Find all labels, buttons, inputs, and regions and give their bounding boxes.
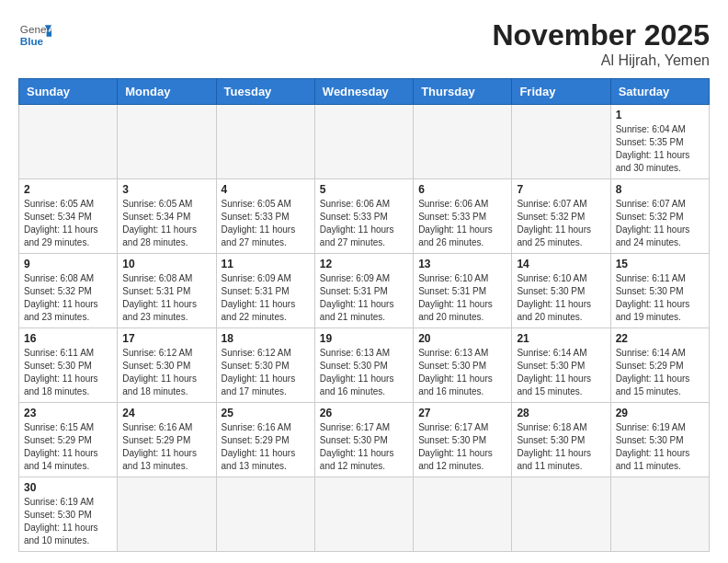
day-number: 25: [222, 407, 310, 419]
weekday-header-sunday: Sunday: [19, 79, 118, 105]
day-number: 6: [418, 183, 506, 196]
day-info: Sunrise: 6:17 AM Sunset: 5:30 PM Dayligh…: [320, 421, 408, 473]
page-header: General Blue November 2025 Al Hijrah, Ye…: [18, 18, 710, 69]
day-number: 7: [517, 183, 605, 196]
calendar-cell: 13Sunrise: 6:10 AM Sunset: 5:31 PM Dayli…: [414, 254, 512, 328]
weekday-header-wednesday: Wednesday: [314, 79, 413, 105]
day-info: Sunrise: 6:05 AM Sunset: 5:34 PM Dayligh…: [24, 198, 112, 249]
day-info: Sunrise: 6:14 AM Sunset: 5:30 PM Dayligh…: [517, 347, 605, 398]
calendar-cell: 30Sunrise: 6:19 AM Sunset: 5:30 PM Dayli…: [19, 477, 118, 552]
calendar-cell: 4Sunrise: 6:05 AM Sunset: 5:33 PM Daylig…: [216, 179, 314, 254]
logo: General Blue: [18, 18, 51, 52]
calendar-cell: [216, 105, 314, 179]
day-info: Sunrise: 6:10 AM Sunset: 5:31 PM Dayligh…: [418, 272, 506, 324]
day-number: 11: [222, 258, 310, 270]
day-number: 21: [517, 332, 605, 345]
day-number: 1: [616, 109, 704, 121]
calendar-cell: 16Sunrise: 6:11 AM Sunset: 5:30 PM Dayli…: [19, 328, 118, 403]
calendar-cell: 9Sunrise: 6:08 AM Sunset: 5:32 PM Daylig…: [19, 254, 118, 328]
calendar-cell: 11Sunrise: 6:09 AM Sunset: 5:31 PM Dayli…: [216, 254, 314, 328]
day-number: 17: [122, 332, 210, 345]
calendar-week-row: 23Sunrise: 6:15 AM Sunset: 5:29 PM Dayli…: [19, 403, 710, 477]
calendar-week-row: 9Sunrise: 6:08 AM Sunset: 5:32 PM Daylig…: [19, 254, 710, 328]
calendar-cell: [512, 477, 610, 552]
calendar-cell: [118, 477, 216, 552]
day-info: Sunrise: 6:09 AM Sunset: 5:31 PM Dayligh…: [222, 272, 310, 324]
day-number: 3: [122, 183, 210, 196]
calendar-cell: 7Sunrise: 6:07 AM Sunset: 5:32 PM Daylig…: [512, 179, 610, 254]
calendar-cell: 10Sunrise: 6:08 AM Sunset: 5:31 PM Dayli…: [118, 254, 216, 328]
calendar-cell: [314, 477, 413, 552]
day-number: 20: [418, 332, 506, 345]
calendar-table: SundayMondayTuesdayWednesdayThursdayFrid…: [18, 78, 710, 552]
calendar-cell: [314, 105, 413, 179]
svg-text:Blue: Blue: [20, 35, 44, 47]
calendar-cell: 19Sunrise: 6:13 AM Sunset: 5:30 PM Dayli…: [314, 328, 413, 403]
weekday-header-monday: Monday: [118, 79, 216, 105]
day-info: Sunrise: 6:19 AM Sunset: 5:30 PM Dayligh…: [24, 496, 112, 547]
day-info: Sunrise: 6:11 AM Sunset: 5:30 PM Dayligh…: [24, 347, 112, 398]
day-number: 13: [418, 258, 506, 270]
weekday-header-thursday: Thursday: [414, 79, 512, 105]
day-info: Sunrise: 6:18 AM Sunset: 5:30 PM Dayligh…: [517, 421, 605, 473]
calendar-cell: 6Sunrise: 6:06 AM Sunset: 5:33 PM Daylig…: [414, 179, 512, 254]
day-info: Sunrise: 6:12 AM Sunset: 5:30 PM Dayligh…: [122, 347, 210, 398]
day-number: 18: [222, 332, 310, 345]
day-number: 26: [320, 407, 408, 419]
day-number: 23: [24, 407, 112, 419]
day-number: 10: [122, 258, 210, 270]
calendar-cell: 20Sunrise: 6:13 AM Sunset: 5:30 PM Dayli…: [414, 328, 512, 403]
calendar-cell: [414, 105, 512, 179]
day-number: 2: [24, 183, 112, 196]
calendar-week-row: 16Sunrise: 6:11 AM Sunset: 5:30 PM Dayli…: [19, 328, 710, 403]
calendar-cell: 15Sunrise: 6:11 AM Sunset: 5:30 PM Dayli…: [610, 254, 709, 328]
day-info: Sunrise: 6:13 AM Sunset: 5:30 PM Dayligh…: [320, 347, 408, 398]
calendar-week-row: 2Sunrise: 6:05 AM Sunset: 5:34 PM Daylig…: [19, 179, 710, 254]
calendar-cell: [216, 477, 314, 552]
calendar-cell: 3Sunrise: 6:05 AM Sunset: 5:34 PM Daylig…: [118, 179, 216, 254]
day-info: Sunrise: 6:10 AM Sunset: 5:30 PM Dayligh…: [517, 272, 605, 324]
calendar-cell: 21Sunrise: 6:14 AM Sunset: 5:30 PM Dayli…: [512, 328, 610, 403]
day-number: 9: [24, 258, 112, 270]
calendar-cell: 5Sunrise: 6:06 AM Sunset: 5:33 PM Daylig…: [314, 179, 413, 254]
day-info: Sunrise: 6:17 AM Sunset: 5:30 PM Dayligh…: [418, 421, 506, 473]
calendar-cell: 22Sunrise: 6:14 AM Sunset: 5:29 PM Dayli…: [610, 328, 709, 403]
day-number: 4: [222, 183, 310, 196]
day-info: Sunrise: 6:12 AM Sunset: 5:30 PM Dayligh…: [222, 347, 310, 398]
calendar-cell: [414, 477, 512, 552]
day-info: Sunrise: 6:07 AM Sunset: 5:32 PM Dayligh…: [517, 198, 605, 249]
calendar-cell: 1Sunrise: 6:04 AM Sunset: 5:35 PM Daylig…: [610, 105, 709, 179]
day-number: 22: [616, 332, 704, 345]
day-number: 30: [24, 481, 112, 494]
calendar-cell: 2Sunrise: 6:05 AM Sunset: 5:34 PM Daylig…: [19, 179, 118, 254]
day-number: 14: [517, 258, 605, 270]
day-info: Sunrise: 6:08 AM Sunset: 5:32 PM Dayligh…: [24, 272, 112, 324]
calendar-cell: 14Sunrise: 6:10 AM Sunset: 5:30 PM Dayli…: [512, 254, 610, 328]
calendar-cell: 17Sunrise: 6:12 AM Sunset: 5:30 PM Dayli…: [118, 328, 216, 403]
calendar-cell: 25Sunrise: 6:16 AM Sunset: 5:29 PM Dayli…: [216, 403, 314, 477]
day-number: 29: [616, 407, 704, 419]
day-number: 24: [122, 407, 210, 419]
weekday-header-friday: Friday: [512, 79, 610, 105]
day-info: Sunrise: 6:06 AM Sunset: 5:33 PM Dayligh…: [320, 198, 408, 249]
day-info: Sunrise: 6:05 AM Sunset: 5:34 PM Dayligh…: [122, 198, 210, 249]
day-info: Sunrise: 6:08 AM Sunset: 5:31 PM Dayligh…: [122, 272, 210, 324]
weekday-header-tuesday: Tuesday: [216, 79, 314, 105]
day-info: Sunrise: 6:06 AM Sunset: 5:33 PM Dayligh…: [418, 198, 506, 249]
title-section: November 2025 Al Hijrah, Yemen: [492, 18, 710, 69]
day-number: 15: [616, 258, 704, 270]
day-number: 19: [320, 332, 408, 345]
calendar-cell: 18Sunrise: 6:12 AM Sunset: 5:30 PM Dayli…: [216, 328, 314, 403]
weekday-header-row: SundayMondayTuesdayWednesdayThursdayFrid…: [19, 79, 710, 105]
day-info: Sunrise: 6:11 AM Sunset: 5:30 PM Dayligh…: [616, 272, 704, 324]
month-title: November 2025: [492, 18, 710, 52]
day-number: 27: [418, 407, 506, 419]
day-info: Sunrise: 6:16 AM Sunset: 5:29 PM Dayligh…: [122, 421, 210, 473]
location-title: Al Hijrah, Yemen: [492, 52, 710, 69]
calendar-cell: 23Sunrise: 6:15 AM Sunset: 5:29 PM Dayli…: [19, 403, 118, 477]
day-number: 5: [320, 183, 408, 196]
calendar-cell: [512, 105, 610, 179]
calendar-cell: 26Sunrise: 6:17 AM Sunset: 5:30 PM Dayli…: [314, 403, 413, 477]
calendar-cell: 24Sunrise: 6:16 AM Sunset: 5:29 PM Dayli…: [118, 403, 216, 477]
day-info: Sunrise: 6:13 AM Sunset: 5:30 PM Dayligh…: [418, 347, 506, 398]
